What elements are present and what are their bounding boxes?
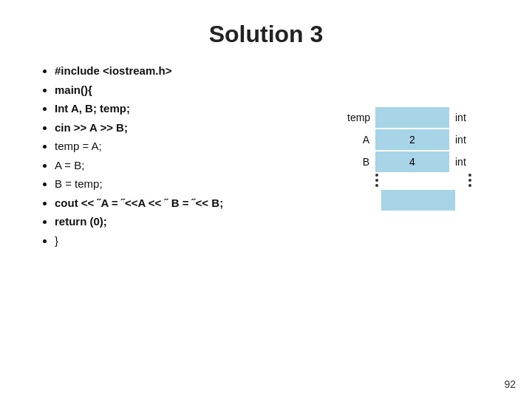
var-row: B4int xyxy=(347,151,466,172)
var-label: B xyxy=(347,156,375,168)
code-line: cin >> A >> B; xyxy=(55,118,332,137)
code-line: main(){ xyxy=(55,81,332,100)
var-label: temp xyxy=(347,112,375,123)
var-row: A2int xyxy=(347,129,466,150)
code-line: A = B; xyxy=(55,156,332,175)
var-label: A xyxy=(347,134,375,146)
dots-section xyxy=(375,174,471,187)
var-box: 4 xyxy=(375,151,449,172)
code-line: B = temp; xyxy=(55,174,332,194)
var-type: int xyxy=(449,156,466,168)
page-number: 92 xyxy=(504,378,516,390)
var-type: int xyxy=(449,134,466,146)
code-line: temp = A; xyxy=(55,137,332,156)
code-line: #include <iostream.h> xyxy=(55,61,332,81)
var-box: 2 xyxy=(375,129,449,150)
diagram-area: tempintA2intB4int xyxy=(347,61,510,250)
code-line: return (0); xyxy=(55,212,332,231)
code-line: } xyxy=(55,231,332,250)
code-block: #include <iostream.h>main(){Int A, B; te… xyxy=(37,61,332,250)
var-box xyxy=(375,107,449,128)
page-title: Solution 3 xyxy=(0,0,532,61)
var-type: int xyxy=(449,112,466,123)
code-line: Int A, B; temp; xyxy=(55,99,332,118)
bottom-box xyxy=(381,190,455,211)
var-row: tempint xyxy=(347,107,466,128)
code-line: cout << ˝A = ˝<<A << ˝ B = ˝<< B; xyxy=(55,194,332,213)
